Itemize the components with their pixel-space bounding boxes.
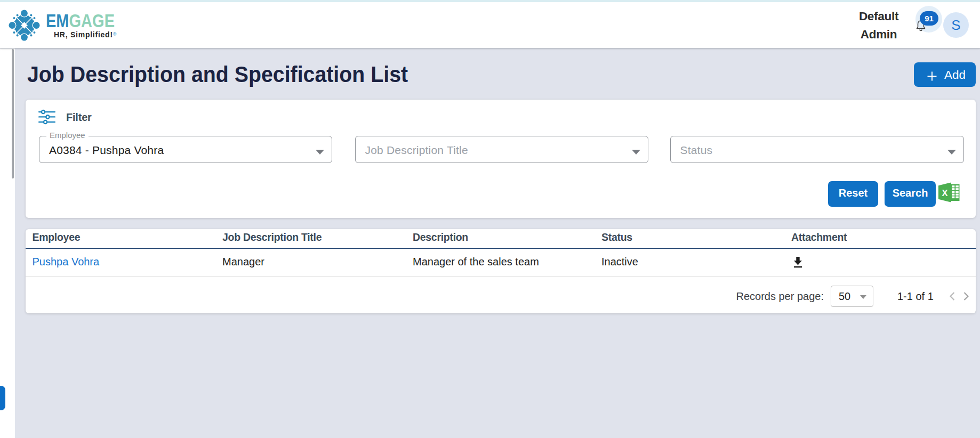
svg-text:X: X [942,188,947,198]
